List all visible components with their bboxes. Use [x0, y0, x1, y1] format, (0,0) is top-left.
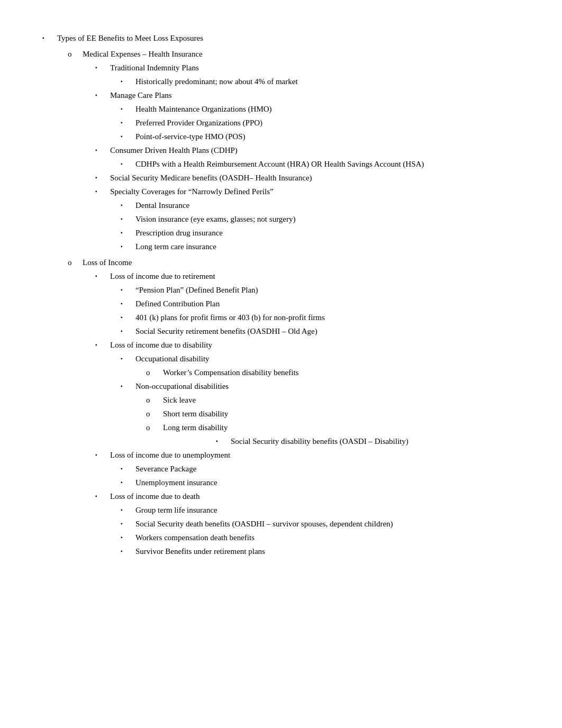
l3-disability-text: Loss of income due to disability — [110, 339, 519, 351]
list-item: Consumer Driven Health Plans (CDHP) — [95, 144, 519, 157]
list-item: Loss of income due to retirement — [95, 270, 519, 283]
list-item: “Pension Plan” (Defined Benefit Plan) — [121, 284, 519, 296]
l4-hmo-text: Health Maintenance Organizations (HMO) — [135, 103, 519, 115]
list-item: Unemployment insurance — [121, 476, 519, 489]
bullet-l4 — [121, 313, 135, 322]
l4-ssdeath-text: Social Security death benefits (OASDHI –… — [135, 517, 519, 530]
l4-401k-text: 401 (k) plans for profit firms or 403 (b… — [135, 311, 519, 324]
bullet-l5: o — [146, 394, 163, 406]
bullet-l4 — [121, 506, 135, 514]
list-item: Social Security retirement benefits (OAS… — [121, 325, 519, 338]
bullet-l3 — [95, 91, 110, 99]
list-item: Loss of income due to death — [95, 490, 519, 503]
bullet-l2: o — [68, 256, 83, 269]
l1-text: Types of EE Benefits to Meet Loss Exposu… — [57, 32, 519, 44]
bullet-l4 — [121, 547, 135, 556]
bullet-l4 — [121, 533, 135, 542]
l2-loss-text: Loss of Income — [83, 256, 519, 269]
l4-dental-text: Dental Insurance — [135, 199, 519, 212]
list-item: Historically predominant; now about 4% o… — [121, 75, 519, 88]
l5-workers-text: Worker’s Compensation disability benefit… — [163, 366, 519, 379]
bullet-l5: o — [146, 421, 163, 434]
l6-ssdisability-text: Social Security disability benefits (OAS… — [231, 435, 519, 448]
list-item: Social Security Medicare benefits (OASDH… — [95, 171, 519, 184]
l3-manage-text: Manage Care Plans — [110, 89, 519, 102]
list-item: Survivor Benefits under retirement plans — [121, 545, 519, 558]
l4-ppo-text: Preferred Provider Organizations (PPO) — [135, 116, 519, 129]
bullet-l3 — [95, 492, 110, 501]
bullet-l3 — [95, 146, 110, 154]
list-item: o Medical Expenses – Health Insurance — [68, 48, 519, 60]
l3-retirement-text: Loss of income due to retirement — [110, 270, 519, 283]
l4-grouplife-text: Group term life insurance — [135, 504, 519, 516]
l4-severance-text: Severance Package — [135, 462, 519, 475]
bullet-l4 — [121, 215, 135, 223]
bullet-l4 — [121, 354, 135, 363]
list-item: o Sick leave — [146, 394, 519, 406]
bullet-l4 — [121, 478, 135, 487]
bullet-l4 — [121, 242, 135, 251]
bullet-l3 — [95, 63, 110, 72]
l5-long-text: Long term disability — [163, 421, 519, 434]
l4-trad1-text: Historically predominant; now about 4% o… — [135, 75, 519, 88]
list-item: Group term life insurance — [121, 504, 519, 516]
list-item: Occupational disability — [121, 352, 519, 365]
list-item: Manage Care Plans — [95, 89, 519, 102]
l3-unemployment-text: Loss of income due to unemployment — [110, 449, 519, 461]
bullet-l4 — [121, 77, 135, 86]
l5-short-text: Short term disability — [163, 407, 519, 420]
bullet-l4 — [121, 229, 135, 237]
bullet-l5: o — [146, 366, 163, 379]
bullet-l3 — [95, 451, 110, 459]
bullet-l4 — [121, 286, 135, 294]
bullet-l3 — [95, 272, 110, 280]
bullet-l4 — [121, 520, 135, 528]
list-item: Health Maintenance Organizations (HMO) — [121, 103, 519, 115]
list-item: Severance Package — [121, 462, 519, 475]
list-item: Prescription drug insurance — [121, 226, 519, 239]
l4-pos-text: Point-of-service-type HMO (POS) — [135, 130, 519, 143]
list-item: Long term care insurance — [121, 240, 519, 253]
l4-unemployment-text: Unemployment insurance — [135, 476, 519, 489]
list-item: Preferred Provider Organizations (PPO) — [121, 116, 519, 129]
bullet-l4 — [121, 465, 135, 473]
list-item: Types of EE Benefits to Meet Loss Exposu… — [42, 32, 519, 44]
bullet-l4 — [121, 382, 135, 390]
list-item: Loss of income due to disability — [95, 339, 519, 351]
l4-defined-text: Defined Contribution Plan — [135, 297, 519, 310]
bullet-l4 — [121, 132, 135, 141]
bullet-l2: o — [68, 48, 83, 60]
l4-workersdeath-text: Workers compensation death benefits — [135, 531, 519, 544]
bullet-l5: o — [146, 407, 163, 420]
list-item: o Loss of Income — [68, 256, 519, 269]
l3-social-text: Social Security Medicare benefits (OASDH… — [110, 171, 519, 184]
bullet-l4 — [121, 201, 135, 210]
l5-sick-text: Sick leave — [163, 394, 519, 406]
bullet-l3 — [95, 341, 110, 349]
bullet-l1 — [42, 34, 57, 42]
list-item: Dental Insurance — [121, 199, 519, 212]
bullet-l4 — [121, 299, 135, 308]
l4-pension-text: “Pension Plan” (Defined Benefit Plan) — [135, 284, 519, 296]
list-item: Point-of-service-type HMO (POS) — [121, 130, 519, 143]
l3-specialty-text: Specialty Coverages for “Narrowly Define… — [110, 185, 519, 198]
l3-trad-text: Traditional Indemnity Plans — [110, 61, 519, 74]
l4-cdhp1-text: CDHPs with a Health Reimbursement Accoun… — [135, 158, 519, 170]
bullet-l3 — [95, 174, 110, 182]
l4-ssretirement-text: Social Security retirement benefits (OAS… — [135, 325, 519, 338]
list-item: Non-occupational disabilities — [121, 380, 519, 393]
l4-nonoccupational-text: Non-occupational disabilities — [135, 380, 519, 393]
list-item: o Long term disability — [146, 421, 519, 434]
list-item: 401 (k) plans for profit firms or 403 (b… — [121, 311, 519, 324]
l4-survivor-text: Survivor Benefits under retirement plans — [135, 545, 519, 558]
l4-occupational-text: Occupational disability — [135, 352, 519, 365]
list-item: Defined Contribution Plan — [121, 297, 519, 310]
list-item: Social Security death benefits (OASDHI –… — [121, 517, 519, 530]
l4-prescription-text: Prescription drug insurance — [135, 226, 519, 239]
bullet-l6 — [216, 437, 231, 445]
bullet-l3 — [95, 187, 110, 196]
list-item: CDHPs with a Health Reimbursement Accoun… — [121, 158, 519, 170]
bullet-l4 — [121, 160, 135, 168]
bullet-l4 — [121, 119, 135, 127]
list-item: Vision insurance (eye exams, glasses; no… — [121, 213, 519, 225]
